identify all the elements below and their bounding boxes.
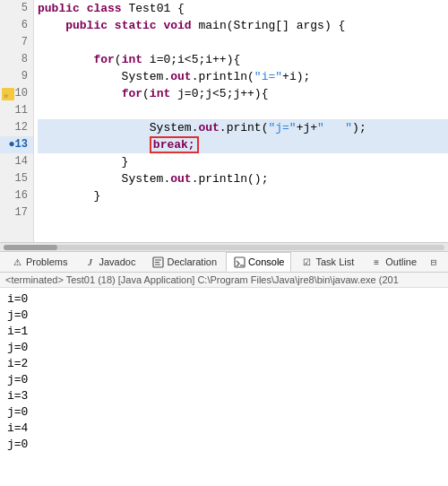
line-num-11: 11 [0, 102, 33, 119]
minimize-view-button[interactable]: ⊟ [426, 254, 442, 270]
console-line-2: i=1 [7, 324, 441, 340]
line-num-9: 9 [0, 68, 33, 85]
tab-problems-label: Problems [26, 256, 67, 267]
bookmark-icon: ☆ [2, 88, 14, 100]
code-line-5: public class Test01 { [38, 0, 448, 17]
tab-problems[interactable]: ⚠ Problems [4, 252, 74, 272]
tab-tasklist-label: Task List [315, 256, 354, 267]
line-numbers: 5 6 7 8 9 ☆ 10 11 12 ●13 14 15 16 17 [0, 0, 34, 242]
code-line-12: System.out.print("j="+j+" "); [38, 119, 448, 136]
line-num-6: 6 [0, 17, 33, 34]
console-line-1: j=0 [7, 308, 441, 324]
code-line-15: System.out.println(); [38, 170, 448, 187]
code-editor: 5 6 7 8 9 ☆ 10 11 12 ●13 14 15 16 17 pub… [0, 0, 448, 242]
tab-outline-label: Outline [385, 256, 417, 267]
line-num-16: 16 [0, 187, 33, 204]
console-line-3: j=0 [7, 340, 441, 356]
console-line-0: i=0 [7, 291, 441, 308]
editor-scrollbar[interactable] [0, 242, 448, 251]
bottom-tab-bar: ⚠ Problems J Javadoc Declaration Console… [0, 251, 448, 273]
code-line-10: for(int j=0;j<5;j++){ [38, 85, 448, 102]
code-line-14: } [38, 153, 448, 170]
line-num-7: 7 [0, 34, 33, 51]
line-num-5: 5 [0, 0, 33, 17]
tab-declaration-label: Declaration [167, 256, 217, 267]
line-num-10: ☆ 10 [0, 85, 33, 102]
code-line-16: } [38, 187, 448, 204]
code-line-11 [38, 102, 448, 119]
maximize-view-button[interactable]: ⊞ [444, 254, 448, 270]
outline-icon: ≡ [370, 256, 383, 268]
console-icon [233, 256, 246, 268]
break-statement: break; [150, 136, 199, 153]
console-header: <terminated> Test01 (18) [Java Applicati… [0, 273, 448, 288]
code-line-7 [38, 34, 448, 51]
scrollbar-thumb[interactable] [4, 245, 57, 250]
tab-console[interactable]: Console [226, 252, 291, 272]
tab-declaration[interactable]: Declaration [144, 252, 224, 272]
code-line-17 [38, 204, 448, 221]
problems-icon: ⚠ [11, 256, 23, 268]
code-line-6: public static void main(String[] args) { [38, 17, 448, 34]
console-line-5: j=0 [7, 372, 441, 388]
tasklist-icon: ☑ [300, 256, 313, 268]
scrollbar-track[interactable] [4, 245, 444, 250]
console-line-4: i=2 [7, 356, 441, 372]
code-line-8: for(int i=0;i<5;i++){ [38, 51, 448, 68]
line-num-12: 12 [0, 119, 33, 136]
console-line-9: j=0 [7, 437, 441, 453]
tab-console-label: Console [248, 256, 284, 267]
tab-outline[interactable]: ≡ Outline [363, 252, 424, 272]
console-line-8: i=4 [7, 421, 441, 437]
console-panel: <terminated> Test01 (18) [Java Applicati… [0, 273, 448, 486]
console-line-6: i=3 [7, 388, 441, 404]
line-num-13: ●13 [0, 136, 33, 153]
line-num-17: 17 [0, 204, 33, 221]
line-num-15: 15 [0, 170, 33, 187]
javadoc-icon: J [83, 256, 96, 268]
tab-javadoc[interactable]: J Javadoc [76, 252, 142, 272]
console-output: i=0 j=0 i=1 j=0 i=2 j=0 i=3 j=0 i=4 j=0 [0, 288, 448, 486]
declaration-icon [151, 256, 164, 268]
code-line-13: break; [38, 136, 448, 153]
line-num-14: 14 [0, 153, 33, 170]
tab-javadoc-label: Javadoc [99, 256, 135, 267]
code-lines: public class Test01 { public static void… [34, 0, 448, 242]
tab-tasklist[interactable]: ☑ Task List [293, 252, 361, 272]
console-line-7: j=0 [7, 404, 441, 421]
line-num-8: 8 [0, 51, 33, 68]
tab-toolbar: ⊟ ⊞ ✕ [426, 254, 448, 270]
code-line-9: System.out.println("i="+i); [38, 68, 448, 85]
svg-text:☆: ☆ [4, 91, 9, 100]
